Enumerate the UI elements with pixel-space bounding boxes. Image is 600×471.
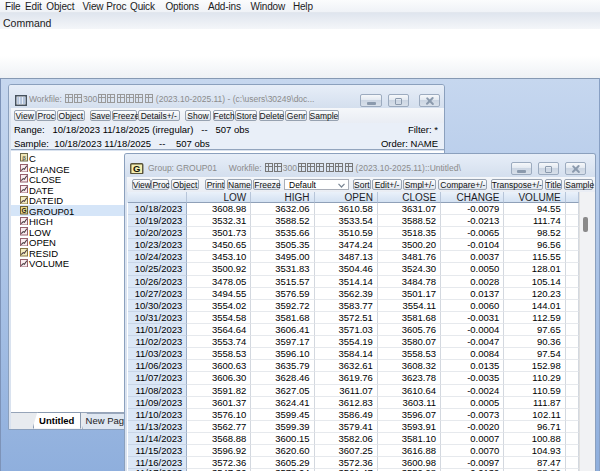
svg-text:G: G [133, 163, 140, 174]
svg-text:β: β [22, 154, 26, 162]
svg-text:G: G [21, 207, 26, 214]
